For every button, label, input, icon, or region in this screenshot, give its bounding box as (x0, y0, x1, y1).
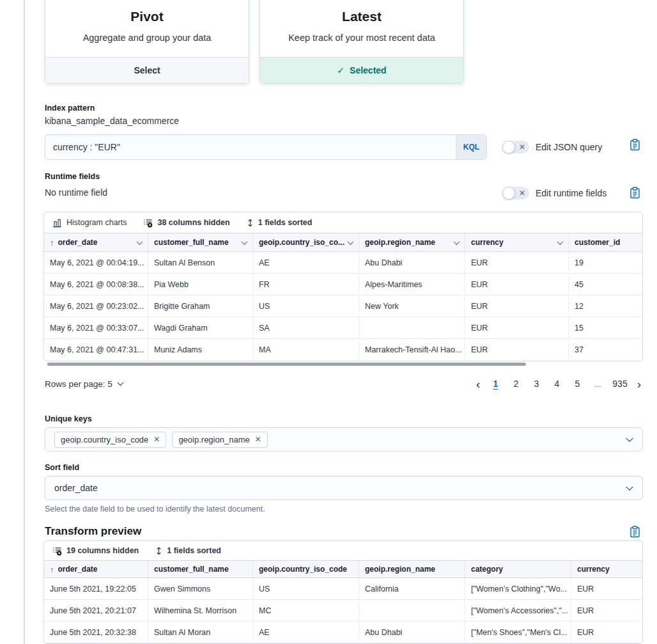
query-text[interactable]: currency : "EUR" (45, 135, 456, 159)
previous-page-button[interactable]: ‹ (474, 378, 482, 390)
kql-language-button[interactable]: KQL (456, 135, 486, 159)
pivot-card[interactable]: Pivot Aggregate and group your data Sele… (45, 0, 249, 84)
table-cell[interactable]: May 6, 2021 @ 00:33:07... (44, 317, 148, 338)
table-cell[interactable]: June 5th 2021, 20:21:07 (44, 600, 148, 621)
table-cell[interactable]: New York (359, 295, 465, 317)
edit-json-query-toggle[interactable]: ✕ (502, 141, 529, 153)
table-cell[interactable]: EUR (465, 317, 569, 338)
page-button-935[interactable]: 935 (611, 378, 628, 389)
table-cell[interactable]: ["Women's Clothing","Wo... (465, 578, 571, 599)
rows-per-page-button[interactable]: Rows per page: 5 (45, 379, 123, 389)
chevron-down-icon[interactable] (137, 239, 143, 245)
remove-chip-icon[interactable]: ✕ (153, 436, 160, 443)
column-header-geoip.region_name[interactable]: geoip.region_name (359, 233, 465, 251)
column-header-geoip.country_iso_code[interactable]: geoip.country_iso_code (253, 561, 359, 577)
chevron-down-icon[interactable] (348, 239, 354, 245)
table-cell[interactable]: EUR (465, 252, 569, 273)
sort-field-combobox[interactable]: order_date (45, 476, 643, 500)
unique-key-chip-geoip.country_iso_code[interactable]: geoip.country_iso_code✕ (54, 432, 166, 448)
column-header-order_date[interactable]: ↑order_date (44, 233, 148, 251)
column-header-order_date[interactable]: ↑order_date (44, 561, 148, 577)
column-header-geoip.region_name[interactable]: geoip.region_name (359, 561, 465, 577)
table-cell[interactable]: 15 (569, 317, 642, 338)
table-cell[interactable] (359, 600, 465, 621)
fields-sorted-button[interactable]: 1 fields sorted (155, 546, 221, 556)
chevron-down-icon[interactable] (626, 435, 633, 442)
column-header-customer_full_name[interactable]: customer_full_name (148, 233, 253, 251)
pivot-select-button[interactable]: Select (45, 57, 249, 83)
table-cell[interactable]: California (359, 578, 465, 599)
table-cell[interactable]: Wilhemina St. Morrison (148, 600, 253, 621)
unique-keys-combobox[interactable]: geoip.country_iso_code✕geoip.region_name… (45, 427, 643, 452)
latest-card[interactable]: Latest Keep track of your most recent da… (259, 0, 464, 84)
chevron-down-icon[interactable] (557, 239, 564, 245)
table-cell[interactable]: MC (253, 600, 359, 621)
column-header-category[interactable]: category (465, 561, 571, 577)
copy-preview-clipboard-icon[interactable] (630, 526, 640, 538)
column-header-currency[interactable]: currency (465, 233, 569, 251)
kql-query-input[interactable]: currency : "EUR" KQL (45, 134, 487, 160)
table-cell[interactable]: MA (253, 339, 359, 361)
table-cell[interactable]: ["Men's Shoes","Men's Cl... (465, 622, 571, 643)
table-cell[interactable]: ["Women's Accessories","... (465, 600, 571, 621)
table-cell[interactable]: Abu Dhabi (359, 252, 465, 273)
copy-query-clipboard-icon[interactable] (630, 139, 640, 151)
chevron-down-icon[interactable] (454, 239, 460, 245)
chevron-down-icon[interactable] (626, 483, 633, 491)
table-cell[interactable]: US (253, 295, 359, 317)
columns-hidden-button[interactable]: 19 columns hidden (52, 546, 139, 556)
copy-runtime-clipboard-icon[interactable] (630, 187, 640, 199)
next-page-button[interactable]: › (635, 378, 643, 390)
table-cell[interactable]: Alpes-Maritimes (359, 274, 465, 295)
table-cell[interactable]: June 5th 2021, 19:22:05 (44, 578, 148, 599)
table-cell[interactable]: 45 (569, 274, 642, 295)
table-cell[interactable]: June 5th 2021, 20:32:38 (44, 622, 148, 643)
table-cell[interactable]: EUR (571, 600, 642, 621)
table-cell[interactable]: May 6, 2021 @ 00:04:19... (44, 252, 148, 273)
table-cell[interactable]: EUR (465, 295, 569, 317)
histogram-charts-button[interactable]: Histogram charts (52, 218, 127, 228)
page-button-2[interactable]: 2 (509, 378, 523, 389)
table-cell[interactable]: AE (253, 252, 359, 273)
page-button-5[interactable]: 5 (570, 378, 584, 389)
chevron-down-icon[interactable] (242, 239, 248, 245)
fields-sorted-button[interactable]: 1 fields sorted (247, 218, 313, 228)
column-header-customer_full_name[interactable]: customer_full_name (148, 561, 253, 577)
page-button-3[interactable]: 3 (529, 378, 543, 389)
table-cell[interactable]: 19 (569, 252, 642, 273)
table-cell[interactable]: May 6, 2021 @ 00:08:38... (44, 274, 148, 295)
table-cell[interactable]: Abu Dhabi (359, 622, 465, 643)
table-cell[interactable]: Muniz Adams (148, 339, 253, 361)
table-cell[interactable]: 37 (569, 339, 642, 361)
table-cell[interactable]: FR (253, 274, 359, 295)
columns-hidden-button[interactable]: 38 columns hidden (143, 218, 229, 228)
table-cell[interactable]: Sultan Al Moran (148, 622, 253, 643)
page-button-1[interactable]: 1 (488, 378, 502, 389)
table-cell[interactable]: EUR (571, 622, 642, 643)
remove-chip-icon[interactable]: ✕ (255, 436, 261, 443)
page-button-4[interactable]: 4 (550, 378, 564, 389)
latest-selected-button[interactable]: ✓ Selected (260, 57, 463, 83)
table-cell[interactable]: EUR (465, 339, 569, 361)
column-header-currency[interactable]: currency (571, 561, 642, 577)
horizontal-scrollbar[interactable] (47, 363, 526, 366)
table-cell[interactable]: Marrakech-Tensift-Al Hao... (359, 339, 465, 361)
table-cell[interactable] (359, 317, 465, 338)
table-cell[interactable]: Gwen Simmons (148, 578, 253, 599)
table-cell[interactable]: EUR (571, 578, 642, 599)
table-cell[interactable]: May 6, 2021 @ 00:47:31... (44, 339, 148, 361)
column-header-customer_id[interactable]: customer_id (569, 233, 642, 251)
table-cell[interactable]: Wagdi Graham (148, 317, 253, 338)
table-cell[interactable]: AE (253, 622, 359, 643)
table-cell[interactable]: 12 (569, 295, 642, 317)
table-cell[interactable]: US (253, 578, 359, 599)
table-cell[interactable]: Pia Webb (148, 274, 253, 295)
table-cell[interactable]: EUR (465, 274, 569, 295)
unique-key-chip-geoip.region_name[interactable]: geoip.region_name✕ (172, 432, 267, 448)
table-cell[interactable]: May 6, 2021 @ 00:23:02... (44, 295, 148, 317)
edit-runtime-fields-toggle[interactable]: ✕ (502, 187, 529, 200)
table-cell[interactable]: Sultan Al Benson (148, 252, 253, 273)
table-cell[interactable]: SA (253, 317, 359, 338)
column-header-geoip.country_iso_co...[interactable]: geoip.country_iso_co... (253, 233, 359, 251)
table-cell[interactable]: Brigitte Graham (148, 295, 253, 317)
